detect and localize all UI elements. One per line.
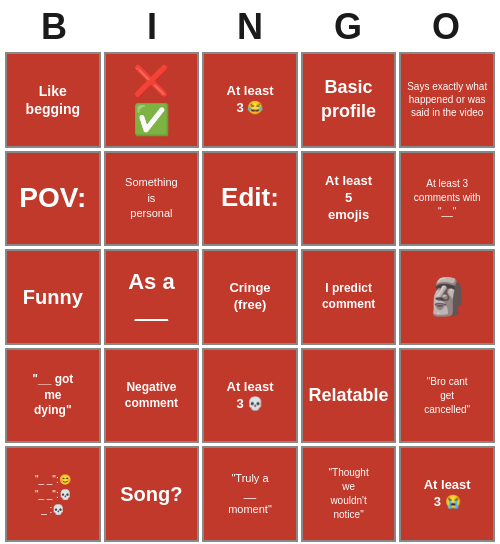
cell-r1c3: At least5emojis — [301, 151, 397, 247]
cell-r3c0: "__ gotmedying" — [5, 348, 101, 444]
letter-n: N — [204, 6, 296, 48]
bingo-board: B I N G O Likebegging ❌✅ At least3 😂 Bas… — [5, 6, 495, 542]
cell-r3c1: Negativecomment — [104, 348, 200, 444]
bingo-header: B I N G O — [5, 6, 495, 48]
cell-r4c4: At least3 😭 — [399, 446, 495, 542]
cell-r1c4: At least 3 comments with "__" — [399, 151, 495, 247]
cell-r4c3: "Thoughtwewouldn'tnotice" — [301, 446, 397, 542]
cell-r2c3: I predictcomment — [301, 249, 397, 345]
letter-i: I — [106, 6, 198, 48]
cell-r0c3: Basicprofile — [301, 52, 397, 148]
cell-r0c1: ❌✅ — [104, 52, 200, 148]
cell-r2c4: 🗿 — [399, 249, 495, 345]
cell-r0c2: At least3 😂 — [202, 52, 298, 148]
cell-r1c1: Somethingispersonal — [104, 151, 200, 247]
letter-b: B — [8, 6, 100, 48]
cell-r4c0: "_ _":😊"_ _":💀_ :💀 — [5, 446, 101, 542]
cell-r2c2: Cringe(free) — [202, 249, 298, 345]
cell-r0c4: Says exactly what happened or was said i… — [399, 52, 495, 148]
cell-r0c0: Likebegging — [5, 52, 101, 148]
cell-r2c1: As a___ — [104, 249, 200, 345]
cell-r3c3: Relatable — [301, 348, 397, 444]
cell-r1c2: Edit: — [202, 151, 298, 247]
cell-r1c0: POV: — [5, 151, 101, 247]
cell-r3c2: At least3 💀 — [202, 348, 298, 444]
cell-r3c4: "Bro cantgetcancelled" — [399, 348, 495, 444]
cell-r4c2: "Truly a__moment" — [202, 446, 298, 542]
cell-r4c1: Song? — [104, 446, 200, 542]
cell-r2c0: Funny — [5, 249, 101, 345]
letter-g: G — [302, 6, 394, 48]
bingo-grid: Likebegging ❌✅ At least3 😂 Basicprofile … — [5, 52, 495, 542]
letter-o: O — [400, 6, 492, 48]
